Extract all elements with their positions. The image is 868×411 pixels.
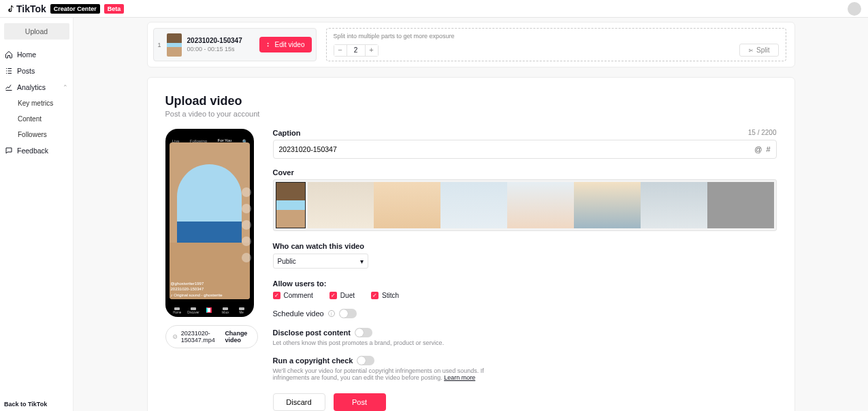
split-icon — [748, 48, 754, 53]
cover-frame[interactable] — [308, 182, 374, 228]
split-box: Split into multiple parts to get more ex… — [326, 28, 786, 61]
discard-button[interactable]: Discard — [273, 393, 325, 411]
checkbox-stitch[interactable]: ✓Stitch — [371, 292, 399, 299]
clip-index: 1 — [158, 42, 161, 48]
share-icon — [242, 237, 251, 246]
feedback-icon — [5, 147, 13, 155]
file-name: 20231020-150347.mp4 — [181, 330, 221, 344]
posts-icon — [5, 67, 13, 75]
form-column: Caption 15 / 2200 @ # Cover — [273, 129, 777, 411]
cover-frame[interactable] — [507, 182, 574, 228]
hashtag-button[interactable]: # — [766, 145, 770, 153]
cover-frame[interactable] — [707, 182, 774, 228]
stepper-minus-button[interactable]: − — [334, 45, 347, 56]
stepper-plus-button[interactable]: + — [366, 45, 378, 56]
checkbox-duet[interactable]: ✓Duet — [329, 292, 355, 299]
main: 1 20231020-150347 00:00 - 00:15 15s Edit… — [74, 18, 868, 411]
file-chip: 20231020-150347.mp4 Change video — [165, 325, 258, 348]
clip-row[interactable]: 1 20231020-150347 00:00 - 00:15 15s Edit… — [153, 28, 317, 61]
phone-nav-me: Me — [238, 307, 245, 314]
phone-nav-inbox: Inbox — [222, 307, 229, 314]
checkbox-comment[interactable]: ✓Comment — [273, 292, 313, 299]
tiktok-logo[interactable]: TikTok — [7, 3, 46, 14]
check-circle-icon — [173, 333, 177, 340]
phone-preview: Live Following For You 🔍 — [165, 129, 254, 317]
post-button[interactable]: Post — [334, 393, 386, 411]
edit-video-button[interactable]: Edit video — [259, 37, 312, 52]
chevron-up-icon: ⌃ — [63, 84, 68, 91]
back-to-tiktok-link[interactable]: Back to TikTok — [4, 401, 69, 408]
checkbox-stitch-label: Stitch — [382, 292, 399, 299]
phone-nav-discover: Discover — [190, 307, 197, 314]
visibility-select[interactable]: Public ▾ — [273, 254, 368, 269]
cover-row[interactable] — [273, 179, 777, 231]
sidebar-upload-button[interactable]: Upload — [4, 23, 69, 40]
preview-column: Live Following For You 🔍 — [165, 129, 258, 411]
sidebar-item-followers[interactable]: Followers — [3, 127, 70, 142]
split-button[interactable]: Split — [739, 44, 778, 57]
creator-center-badge[interactable]: Creator Center — [50, 4, 100, 14]
comment-icon — [242, 220, 251, 230]
stepper-value: 2 — [347, 45, 366, 56]
phone-user: @ghostwriter1997 — [171, 281, 223, 286]
info-icon[interactable]: i — [328, 310, 335, 317]
phone-nav-create — [206, 307, 212, 314]
tiktok-note-icon — [7, 5, 15, 13]
clip-thumbnail — [167, 33, 182, 57]
cover-frame[interactable] — [440, 182, 507, 228]
cover-label: Cover — [273, 168, 777, 177]
cover-frame[interactable] — [641, 182, 707, 228]
home-icon — [5, 50, 13, 59]
upload-card: Upload video Post a video to your accoun… — [147, 77, 795, 411]
svg-point-0 — [173, 335, 176, 338]
checkbox-comment-label: Comment — [284, 292, 313, 299]
caption-input[interactable] — [279, 145, 751, 153]
copyright-toggle[interactable] — [357, 356, 374, 365]
analytics-icon — [5, 83, 13, 91]
phone-desc: 20231020-150347 — [171, 286, 223, 292]
learn-more-link[interactable]: Learn more — [444, 374, 475, 381]
sidebar-item-content[interactable]: Content — [3, 111, 70, 127]
visibility-value: Public — [278, 258, 296, 265]
edit-video-label: Edit video — [275, 41, 305, 48]
sidebar-item-analytics[interactable]: Analytics ⌃ — [3, 79, 70, 95]
caption-label: Caption — [273, 129, 301, 137]
disc-icon — [242, 253, 251, 262]
phone-video-frame — [170, 142, 250, 299]
sidebar-item-home[interactable]: Home — [3, 46, 70, 63]
sidebar-item-posts[interactable]: Posts — [3, 63, 70, 79]
cover-frame-selected[interactable] — [276, 182, 306, 228]
cover-frame[interactable] — [574, 182, 641, 228]
avatar-icon — [242, 187, 251, 197]
checkbox-duet-label: Duet — [340, 292, 355, 299]
like-icon — [242, 204, 251, 213]
split-hint: Split into multiple parts to get more ex… — [334, 33, 779, 40]
caption-count: 15 / 2200 — [748, 129, 777, 137]
mention-button[interactable]: @ — [754, 145, 762, 153]
sidebar-label-posts: Posts — [17, 67, 35, 75]
beta-badge: Beta — [104, 4, 125, 14]
topbar: TikTok Creator Center Beta — [0, 0, 868, 18]
schedule-toggle[interactable] — [339, 309, 357, 318]
sidebar-label-key-metrics: Key metrics — [18, 100, 53, 107]
split-stepper: − 2 + — [334, 44, 379, 57]
upload-title: Upload video — [165, 94, 777, 108]
brand-text: TikTok — [16, 3, 46, 14]
change-video-button[interactable]: Change video — [225, 330, 250, 344]
sidebar-label-content: Content — [18, 115, 42, 123]
disclose-toggle[interactable] — [355, 328, 372, 337]
sidebar-item-key-metrics[interactable]: Key metrics — [3, 95, 70, 111]
chevron-down-icon: ▾ — [360, 258, 364, 265]
split-button-label: Split — [756, 46, 769, 54]
visibility-label: Who can watch this video — [273, 242, 777, 250]
phone-nav-home: Home — [174, 307, 180, 314]
sidebar: Upload Home Posts Analytics ⌃ Key metric… — [0, 18, 74, 411]
avatar[interactable] — [848, 2, 861, 16]
brand: TikTok Creator Center Beta — [7, 3, 124, 14]
allow-label: Allow users to: — [273, 279, 777, 288]
sidebar-item-feedback[interactable]: Feedback — [3, 142, 70, 159]
schedule-label: Schedule video — [273, 309, 324, 318]
sidebar-label-analytics: Analytics — [17, 83, 46, 91]
cover-frame[interactable] — [374, 182, 440, 228]
copyright-helper: We'll check your video for potential cop… — [273, 367, 491, 381]
